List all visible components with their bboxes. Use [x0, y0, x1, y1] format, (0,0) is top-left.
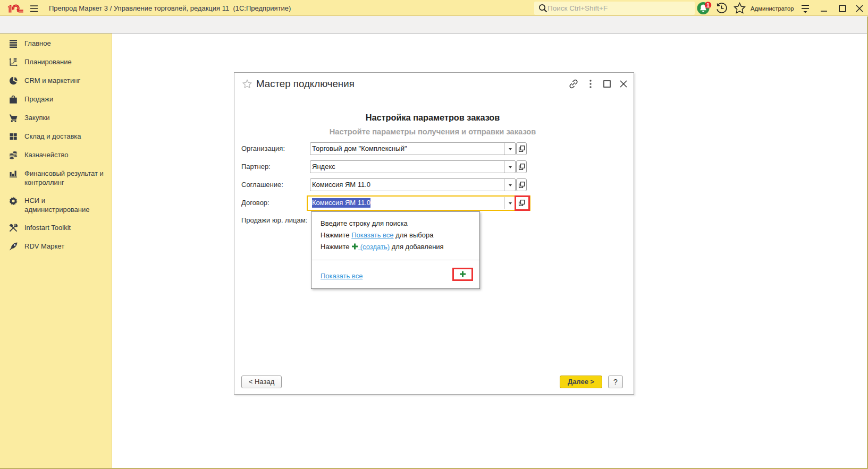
svg-text:1: 1 — [706, 2, 710, 8]
